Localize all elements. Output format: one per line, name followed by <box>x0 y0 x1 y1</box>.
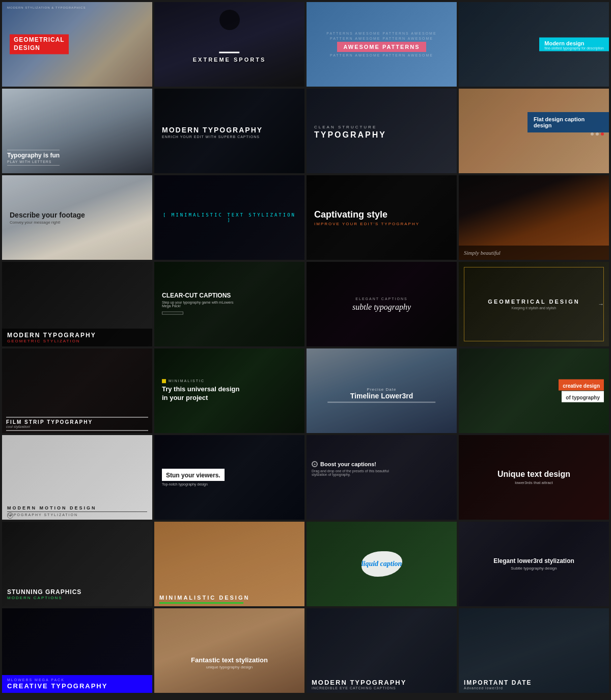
title-11: Captivating style <box>314 209 420 220</box>
card-17[interactable]: FILM STRIP TYPOGRAPHY cool stylization! <box>2 348 152 433</box>
title-14: CLEAR-CUT CAPTIONS <box>162 291 238 299</box>
subtitle-30: unique typography design <box>162 665 297 669</box>
title-6: MODERN TYPOGRAPHY <box>162 126 263 134</box>
title-19: Timeline Lower3rd <box>314 392 450 400</box>
subtitle-4: fine-slotted typography for description <box>544 46 604 49</box>
card-29[interactable]: mLOWERS MEGA PACK CREATIVE TYPOGRAPHY <box>2 608 152 693</box>
card-26[interactable]: MINIMALISTIC DESIGN <box>154 522 304 606</box>
card-24[interactable]: Unique text design lower3rds that attrac… <box>459 435 609 520</box>
card-25[interactable]: STUNNING GRAPHICS MODERN CAPTIONS <box>2 522 152 606</box>
card-22[interactable]: Stun your viewers. Top-notch typography … <box>154 435 304 520</box>
title-10: [ MINIMALISTIC TEXT STYLIZATION ] <box>162 212 297 223</box>
subtitle-15: ELEGANT CAPTIONS <box>314 297 450 300</box>
subtitle-11: IMPROVE YOUR EDIT'S TYPOGRAPHY <box>314 221 420 226</box>
title-24: Unique text design <box>466 470 602 479</box>
card-1[interactable]: MODERN STYLIZATION & TYPOGRAPHICS GEOMET… <box>2 2 152 87</box>
subtitle-17: cool stylization! <box>6 425 148 428</box>
subtitle-6: ENRICH YOUR EDIT WITH SUPERB CAPTIONS <box>162 135 263 139</box>
subtitle-31: INCREDIBLE EYE CATCHING CAPTIONS <box>312 686 452 690</box>
title-25: STUNNING GRAPHICS <box>7 588 81 596</box>
thumbnail-grid: MODERN STYLIZATION & TYPOGRAPHICS GEOMET… <box>0 0 611 695</box>
subtitle-23: Drag and drop one of the presets of this… <box>312 469 393 476</box>
title-32: IMPORTANT DATE <box>464 679 604 686</box>
subtitle-13: GEOMETRIC STYLIZATION <box>7 339 147 343</box>
title-9: Describe your footage <box>10 210 85 219</box>
subtitle-16: Keeping it stylish and stylish <box>466 306 602 310</box>
title-27: liquid caption <box>362 560 402 568</box>
title-5: Typography is fun <box>7 152 60 159</box>
subtitle-22: Top-notch typography design <box>162 482 225 486</box>
card-14[interactable]: CLEAR-CUT CAPTIONS Step up your typograp… <box>154 262 304 346</box>
subtitle-28: Subtle typography design <box>466 566 602 571</box>
title-3: AWESOME PATTERNS <box>343 44 420 50</box>
title-15: subtle typography <box>314 302 450 311</box>
card-27[interactable]: liquid caption <box>307 522 457 606</box>
title-26: MINIMALISTIC DESIGN <box>159 595 299 601</box>
card-28[interactable]: Elegant lower3rd stylization Subtle typo… <box>459 522 609 606</box>
card-9[interactable]: Describe your footage Convey your messag… <box>2 175 152 260</box>
card-2[interactable]: EXTREME SPORTS <box>154 2 304 87</box>
card-7[interactable]: CLEAN STRUCTURE TYPOGRAPHY <box>307 89 457 173</box>
card-20[interactable]: creative design of typography <box>459 348 609 433</box>
title-17: FILM STRIP TYPOGRAPHY <box>6 419 148 425</box>
card-16[interactable]: GEOMETRICAL DESIGN Keeping it stylish an… <box>459 262 609 346</box>
card-6[interactable]: MODERN TYPOGRAPHY ENRICH YOUR EDIT WITH … <box>154 89 304 173</box>
title-28: Elegant lower3rd stylization <box>466 557 602 564</box>
subtitle-9: Convey your message right! <box>10 220 85 224</box>
subtitle-7: CLEAN STRUCTURE <box>314 125 386 129</box>
subtitle-21: TYPOGRAPHY STYLIZATION <box>7 513 147 517</box>
card-18[interactable]: MINIMALISTIC Try this universal design i… <box>154 348 304 433</box>
card-30[interactable]: Fantastic text stylization unique typogr… <box>154 608 304 693</box>
title-20b: of typography <box>566 394 600 400</box>
card-15[interactable]: ELEGANT CAPTIONS subtle typography <box>307 262 457 346</box>
card-3[interactable]: PATTERNS AWESOME PATTERNS AWESOME PATTER… <box>307 2 457 87</box>
title-18: Try this universal design in your projec… <box>162 385 243 402</box>
subtitle-14: Step up your typography game with mLower… <box>162 300 238 307</box>
title-12: Simply beautiful <box>464 250 604 256</box>
card-10[interactable]: [ MINIMALISTIC TEXT STYLIZATION ] <box>154 175 304 260</box>
title-7: TYPOGRAPHY <box>314 130 386 140</box>
title-1: GEOMETRICALDESIGN <box>10 34 69 54</box>
card-12[interactable]: Simply beautiful <box>459 175 609 260</box>
card-8[interactable]: Flat design caption design <box>459 89 609 173</box>
card-21[interactable]: MODERN MOTION DESIGN TYPOGRAPHY STYLIZAT… <box>2 435 152 520</box>
title-29: CREATIVE TYPOGRAPHY <box>7 682 147 690</box>
title-21: MODERN MOTION DESIGN <box>7 505 147 510</box>
title-16: GEOMETRICAL DESIGN <box>466 299 602 305</box>
title-4: Modern design <box>544 40 604 46</box>
card-32[interactable]: IMPORTANT DATE Advanced lower3rd <box>459 608 609 693</box>
card-13[interactable]: MODERN TYPOGRAPHY GEOMETRIC STYLIZATION <box>2 262 152 346</box>
subtitle-25: MODERN CAPTIONS <box>7 596 81 600</box>
card-31[interactable]: MODERN TYPOGRAPHY INCREDIBLE EYE CATCHIN… <box>307 608 457 693</box>
card-19[interactable]: Precise Date Timeline Lower3rd <box>307 348 457 433</box>
title-2: EXTREME SPORTS <box>162 56 297 62</box>
title-13: MODERN TYPOGRAPHY <box>7 332 147 339</box>
title-31: MODERN TYPOGRAPHY <box>312 679 452 686</box>
sublabel-18: MINIMALISTIC <box>169 379 205 383</box>
card-5[interactable]: Typography is fun PLAY WITH LETTERS <box>2 89 152 173</box>
subtitle-5: PLAY WITH LETTERS <box>7 160 60 164</box>
subtitle-24: lower3rds that attract <box>466 480 602 485</box>
title-20a: creative design <box>563 383 600 388</box>
subtitle-32: Advanced lower3rd <box>464 686 604 690</box>
watermark-1: MODERN STYLIZATION & TYPOGRAPHICS <box>7 6 86 9</box>
card-23[interactable]: + Boost your captions! Drag and drop one… <box>307 435 457 520</box>
card-4[interactable]: Modern design fine-slotted typography fo… <box>459 2 609 87</box>
title-23: Boost your captions! <box>320 461 376 467</box>
sublabel-29: mLOWERS MEGA PACK <box>7 678 147 682</box>
title-22: Stun your viewers. <box>166 472 220 479</box>
card-11[interactable]: Captivating style IMPROVE YOUR EDIT'S TY… <box>307 175 457 260</box>
subtitle-19: Precise Date <box>314 387 450 392</box>
title-30: Fantastic text stylization <box>162 656 297 664</box>
title-8: Flat design caption design <box>534 116 603 128</box>
